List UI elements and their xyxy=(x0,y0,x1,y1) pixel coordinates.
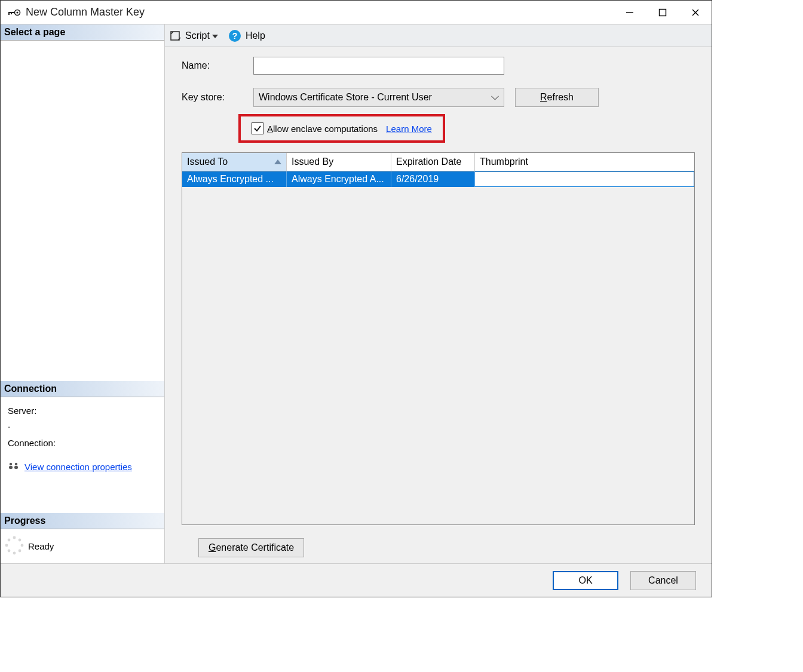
keystore-value: Windows Certificate Store - Current User xyxy=(259,92,432,103)
svg-point-16 xyxy=(19,550,22,553)
maximize-button[interactable] xyxy=(646,1,679,24)
progress-header: Progress xyxy=(1,513,164,529)
progress-section: Ready xyxy=(1,529,164,563)
chevron-down-icon xyxy=(212,30,218,41)
cell-issued-by: Always Encrypted A... xyxy=(287,171,391,187)
svg-rect-12 xyxy=(14,466,18,469)
spinner-icon xyxy=(4,535,24,557)
cell-thumbprint xyxy=(475,171,694,187)
col-issued-by[interactable]: Issued By xyxy=(287,153,391,171)
script-icon xyxy=(170,30,182,41)
svg-point-19 xyxy=(5,544,8,547)
svg-rect-4 xyxy=(11,12,12,14)
svg-point-9 xyxy=(10,463,12,465)
svg-point-18 xyxy=(8,550,11,553)
key-icon xyxy=(8,8,21,17)
dialog-footer: OK Cancel xyxy=(1,563,712,597)
refresh-button[interactable]: Refresh xyxy=(515,88,599,107)
grid-header-row: Issued To Issued By Expiration Date Thum… xyxy=(182,153,694,171)
svg-rect-3 xyxy=(8,12,10,15)
help-icon: ? xyxy=(229,30,241,42)
name-input[interactable] xyxy=(253,57,504,75)
certificate-grid: Issued To Issued By Expiration Date Thum… xyxy=(182,152,695,525)
script-dropdown[interactable]: Script xyxy=(185,30,218,41)
connection-label: Connection: xyxy=(8,438,157,448)
keystore-label: Key store: xyxy=(182,92,253,103)
svg-rect-6 xyxy=(659,9,666,16)
toolbar: Script ? Help xyxy=(165,24,712,47)
col-thumbprint[interactable]: Thumbprint xyxy=(475,153,694,171)
script-label: Script xyxy=(185,30,210,41)
svg-point-17 xyxy=(13,552,16,555)
progress-status: Ready xyxy=(28,541,54,551)
content-area: Script ? Help Name: Key store: Win xyxy=(165,24,712,563)
connection-icon xyxy=(8,461,20,472)
svg-rect-10 xyxy=(9,466,13,469)
name-label: Name: xyxy=(182,60,253,71)
learn-more-link[interactable]: Learn More xyxy=(386,124,432,134)
svg-point-11 xyxy=(15,463,17,465)
col-expiration[interactable]: Expiration Date xyxy=(391,153,475,171)
svg-point-14 xyxy=(19,539,22,542)
titlebar: New Column Master Key xyxy=(1,1,712,24)
checkbox-icon xyxy=(252,122,263,134)
generate-certificate-button[interactable]: Generate Certificate xyxy=(198,538,304,557)
minimize-button[interactable] xyxy=(613,1,646,24)
svg-point-13 xyxy=(13,536,16,539)
sidebar: Select a page Connection Server: . Conne… xyxy=(1,24,165,563)
connection-section: Server: . Connection: View connection pr… xyxy=(1,397,164,477)
allow-enclave-checkbox[interactable]: Allow enclave computations xyxy=(252,122,378,134)
svg-marker-22 xyxy=(212,35,218,38)
server-value: . xyxy=(8,419,157,429)
grid-row[interactable]: Always Encrypted ... Always Encrypted A.… xyxy=(182,171,694,187)
ok-button[interactable]: OK xyxy=(553,571,618,590)
view-connection-properties-link[interactable]: View connection properties xyxy=(24,462,132,472)
close-button[interactable] xyxy=(679,1,712,24)
cell-issued-to: Always Encrypted ... xyxy=(182,171,287,187)
server-label: Server: xyxy=(8,406,157,416)
select-page-header: Select a page xyxy=(1,24,164,41)
svg-point-15 xyxy=(21,544,24,547)
enclave-highlight-box: Allow enclave computations Learn More xyxy=(238,114,445,143)
keystore-dropdown[interactable]: Windows Certificate Store - Current User xyxy=(253,88,504,107)
window-controls xyxy=(613,1,712,24)
help-button[interactable]: Help xyxy=(246,30,265,41)
col-issued-to[interactable]: Issued To xyxy=(182,153,287,171)
window-title: New Column Master Key xyxy=(26,6,145,19)
sort-asc-icon xyxy=(274,159,281,164)
svg-point-1 xyxy=(16,11,18,13)
svg-point-20 xyxy=(8,539,11,542)
cell-expiration: 6/26/2019 xyxy=(391,171,475,187)
cancel-button[interactable]: Cancel xyxy=(630,571,696,590)
dialog-window: New Column Master Key Select a page Conn… xyxy=(0,0,712,597)
connection-header: Connection xyxy=(1,381,164,397)
